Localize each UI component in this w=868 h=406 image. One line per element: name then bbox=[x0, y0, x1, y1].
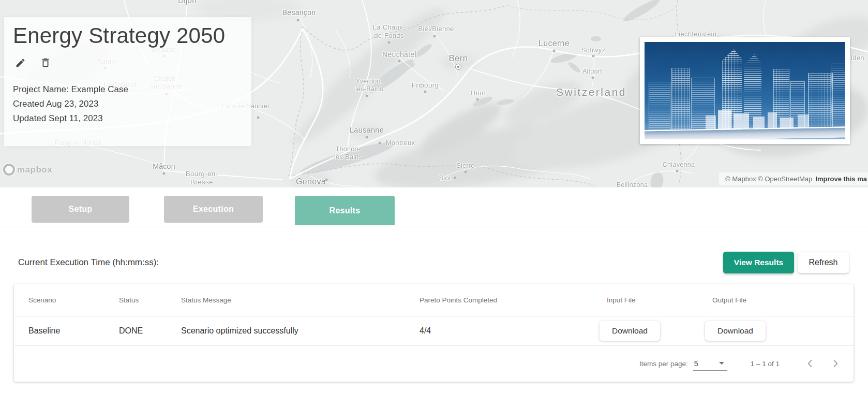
map-label: Bourg-en- Bresse bbox=[186, 170, 218, 187]
col-header-status: Status bbox=[119, 296, 181, 304]
map-label: Chiavenna bbox=[663, 161, 695, 169]
map-label: Fribourg bbox=[412, 81, 439, 90]
chevron-right-icon bbox=[830, 358, 841, 369]
map-label: Mâcon bbox=[153, 162, 175, 171]
previous-page-button[interactable] bbox=[804, 358, 816, 369]
page-range-label: 1 – 1 of 1 bbox=[751, 360, 780, 368]
col-header-scenario: Scenario bbox=[28, 296, 119, 304]
next-page-button[interactable] bbox=[830, 358, 841, 369]
map-label: Besançon bbox=[282, 8, 316, 17]
city-dot-icon bbox=[366, 136, 368, 139]
city-dot-icon bbox=[424, 91, 427, 93]
map-label: La Chaux- de-Fonds bbox=[373, 23, 406, 40]
city-dot-icon bbox=[398, 60, 401, 63]
city-dot-icon bbox=[592, 55, 595, 57]
refresh-button[interactable]: Refresh bbox=[798, 252, 849, 273]
download-output-button[interactable]: Download bbox=[705, 321, 766, 341]
map-label: Montreux bbox=[386, 139, 415, 147]
city-dot-icon bbox=[676, 170, 679, 172]
city-dot-icon bbox=[465, 171, 467, 173]
city-dot-icon bbox=[257, 117, 260, 119]
cell-status: DONE bbox=[119, 326, 181, 336]
map-label: Sierre bbox=[456, 162, 474, 170]
tab-execution[interactable]: Execution bbox=[164, 196, 263, 223]
map-label: Switzerland bbox=[556, 85, 626, 99]
project-name-text: Project Name: Example Case bbox=[13, 82, 251, 97]
delete-button[interactable] bbox=[40, 57, 51, 68]
map-label: Geneva bbox=[296, 177, 326, 187]
pencil-icon bbox=[15, 57, 26, 68]
map-label: Neuchâtel bbox=[382, 50, 416, 59]
tab-setup[interactable]: Setup bbox=[32, 196, 129, 223]
city-dot-icon bbox=[592, 77, 594, 79]
col-header-output-file: Output File bbox=[712, 296, 854, 304]
tab-results[interactable]: Results bbox=[295, 196, 395, 225]
map-label: Yverdon- les-Bains bbox=[355, 78, 383, 94]
map-label: Thun bbox=[469, 89, 486, 97]
map-attribution: © Mapbox © OpenStreetMap Improve this ma bbox=[719, 172, 868, 185]
map-label: Lucerne bbox=[538, 38, 570, 49]
map-label: Bellinzona bbox=[617, 181, 648, 187]
page-title: Energy Strategy 2050 bbox=[13, 23, 251, 48]
view-results-button[interactable]: View Results bbox=[723, 252, 794, 273]
items-per-page-label: Items per page: bbox=[639, 360, 688, 368]
map-label: Thonon- les-Bains bbox=[334, 146, 362, 162]
cell-status-message: Scenario optimized successfully bbox=[181, 326, 420, 336]
city-dot-icon bbox=[553, 50, 556, 52]
trash-icon bbox=[40, 57, 51, 68]
col-header-input-file: Input File bbox=[607, 296, 712, 304]
project-image-frame bbox=[640, 37, 850, 144]
app-window: DijonBesançonLa Chaux- de-FondsBiel/Bien… bbox=[0, 0, 868, 406]
mapbox-logo-text: mapbox bbox=[17, 165, 52, 175]
improve-map-link[interactable]: Improve this ma bbox=[815, 175, 867, 183]
map-label: Altdorf bbox=[582, 68, 602, 76]
cell-pareto: 4/4 bbox=[420, 326, 607, 336]
chevron-down-icon bbox=[719, 362, 724, 365]
map-label: Bern bbox=[448, 53, 468, 64]
mapbox-logo-icon bbox=[3, 164, 15, 176]
capital-marker-icon bbox=[455, 64, 461, 70]
attribution-text: © Mapbox © OpenStreetMap bbox=[725, 175, 812, 183]
city-dot-icon bbox=[433, 35, 436, 38]
city-dot-icon bbox=[476, 98, 479, 101]
items-per-page-select[interactable]: 5 bbox=[693, 357, 727, 371]
project-image bbox=[645, 42, 845, 139]
city-dot-icon bbox=[297, 19, 300, 22]
map-label: Dijon bbox=[178, 0, 197, 5]
created-date-text: Created Aug 23, 2023 bbox=[13, 97, 251, 111]
items-per-page-value: 5 bbox=[694, 359, 698, 368]
cell-scenario: Baseline bbox=[28, 326, 119, 336]
updated-date-text: Updated Sept 11, 2023 bbox=[13, 111, 251, 126]
city-dot-icon bbox=[325, 179, 328, 181]
city-dot-icon bbox=[379, 142, 381, 144]
results-table-card: Scenario Status Status Message Pareto Po… bbox=[14, 284, 854, 382]
map-label: Lausanne bbox=[350, 126, 384, 135]
map-label: Schwyz bbox=[581, 46, 606, 54]
project-info-panel: Energy Strategy 2050 Project Name: Examp… bbox=[4, 17, 251, 146]
table-header-row: Scenario Status Status Message Pareto Po… bbox=[14, 284, 854, 316]
map-label: Biel/Bienne bbox=[418, 25, 454, 33]
execution-time-label: Current Execution Time (hh:mm:ss): bbox=[18, 257, 159, 268]
col-header-status-message: Status Message bbox=[181, 296, 420, 304]
tab-divider bbox=[0, 226, 868, 226]
city-dot-icon bbox=[454, 177, 456, 179]
map-label: lden bbox=[851, 54, 864, 62]
map-canvas[interactable]: DijonBesançonLa Chaux- de-FondsBiel/Bien… bbox=[0, 0, 868, 187]
map-label: Sion bbox=[439, 174, 453, 182]
city-dot-icon bbox=[366, 95, 368, 97]
city-dot-icon bbox=[163, 172, 166, 175]
edit-button[interactable] bbox=[15, 57, 26, 68]
mapbox-logo[interactable]: mapbox bbox=[3, 164, 52, 176]
download-input-button[interactable]: Download bbox=[600, 321, 660, 341]
chevron-left-icon bbox=[804, 358, 816, 369]
table-row: Baseline DONE Scenario optimized success… bbox=[14, 316, 854, 346]
col-header-pareto: Pareto Points Completed bbox=[420, 296, 607, 304]
city-dot-icon bbox=[388, 41, 391, 44]
paginator: Items per page: 5 1 – 1 of 1 bbox=[14, 346, 854, 381]
